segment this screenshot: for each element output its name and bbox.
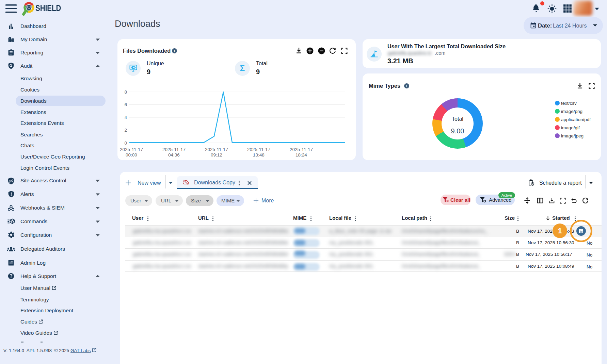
svg-text:2025-11-17: 2025-11-17: [120, 147, 143, 152]
svg-text:2025-11-17: 2025-11-17: [162, 147, 186, 152]
svg-text:18:24: 18:24: [295, 152, 307, 158]
svg-text:4: 4: [124, 115, 127, 120]
svg-text:00:00: 00:00: [126, 152, 137, 158]
svg-text:2025-11-17: 2025-11-17: [290, 147, 313, 152]
svg-text:8: 8: [124, 89, 127, 95]
svg-text:2025-11-17: 2025-11-17: [205, 147, 228, 152]
svg-text:2025-11-17: 2025-11-17: [247, 147, 270, 152]
svg-text:13:48: 13:48: [253, 152, 265, 158]
svg-text:6: 6: [124, 102, 127, 107]
svg-text:09:12: 09:12: [211, 152, 222, 158]
svg-text:0: 0: [124, 140, 127, 146]
svg-text:04:36: 04:36: [168, 152, 180, 158]
svg-text:2: 2: [124, 128, 127, 133]
